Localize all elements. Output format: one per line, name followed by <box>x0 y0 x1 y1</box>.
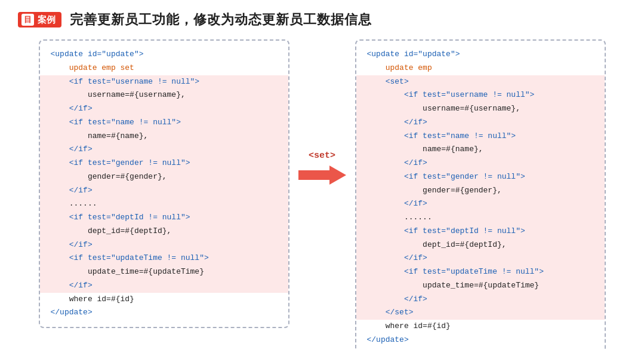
code-line: where id=#{id} <box>367 320 594 333</box>
arrow-label: <set> <box>309 151 335 161</box>
code-line: <update id="update"> <box>51 48 278 62</box>
code-line: ...... <box>356 211 605 225</box>
code-line: </if> <box>40 143 288 157</box>
code-line: gender=#{gender}, <box>356 184 605 198</box>
case-badge-icon: 目 <box>21 14 34 26</box>
code-line: </set> <box>356 306 605 320</box>
slide: 目 案例 完善更新员工功能，修改为动态更新员工数据信息 <update id="… <box>0 0 644 349</box>
code-line: <if test="gender != null"> <box>40 157 288 170</box>
code-line: </if> <box>40 279 288 293</box>
code-line: </if> <box>40 184 288 198</box>
code-line: update_time=#{updateTime} <box>40 265 288 279</box>
code-line: dept_id=#{deptId}, <box>356 238 605 252</box>
code-line: ...... <box>40 197 288 211</box>
code-line: where id=#{id} <box>51 293 278 307</box>
code-line: <if test="updateTime != null"> <box>356 265 605 279</box>
code-line: <set> <box>356 75 605 89</box>
code-line: </update> <box>367 333 594 347</box>
code-line: name=#{name}, <box>356 143 605 157</box>
arrow-icon <box>298 164 346 186</box>
code-line: </if> <box>40 102 288 116</box>
code-line: <if test="gender != null"> <box>356 170 605 184</box>
code-line: </if> <box>356 157 605 170</box>
code-line: <update id="update"> <box>367 48 594 62</box>
code-line: update emp <box>367 62 594 75</box>
code-line: name=#{name}, <box>40 130 288 143</box>
page-title: 完善更新员工功能，修改为动态更新员工数据信息 <box>70 11 372 29</box>
case-badge: 目 案例 <box>18 12 61 27</box>
code-line: dept_id=#{deptId}, <box>40 225 288 238</box>
code-line: gender=#{gender}, <box>40 170 288 184</box>
code-line: update emp set <box>51 62 278 75</box>
content-area: <update id="update"> update emp set <if … <box>18 39 626 349</box>
code-line: <if test="name != null"> <box>40 116 288 130</box>
code-line: </if> <box>356 197 605 211</box>
code-line: <if test="deptId != null"> <box>356 225 605 238</box>
header: 目 案例 完善更新员工功能，修改为动态更新员工数据信息 <box>18 11 626 29</box>
code-line: <if test="username != null"> <box>40 75 288 89</box>
right-code-box: <update id="update"> update emp <set> <i… <box>355 39 606 349</box>
code-line: </if> <box>356 293 605 307</box>
left-code-box: <update id="update"> update emp set <if … <box>39 39 289 328</box>
code-line: username=#{username}, <box>356 102 605 116</box>
arrow-area: <set> <box>289 39 355 296</box>
code-line: </if> <box>40 238 288 252</box>
code-line: <if test="updateTime != null"> <box>40 252 288 265</box>
code-line: <if test="name != null"> <box>356 130 605 143</box>
code-line: </if> <box>356 116 605 130</box>
code-line: </update> <box>51 306 278 320</box>
code-line: <if test="deptId != null"> <box>40 211 288 225</box>
code-line: <if test="username != null"> <box>356 88 605 102</box>
svg-marker-0 <box>298 166 346 185</box>
case-badge-label: 案例 <box>38 14 56 26</box>
code-line: username=#{username}, <box>40 88 288 102</box>
code-line: </if> <box>356 252 605 265</box>
code-line: update_time=#{updateTime} <box>356 279 605 293</box>
